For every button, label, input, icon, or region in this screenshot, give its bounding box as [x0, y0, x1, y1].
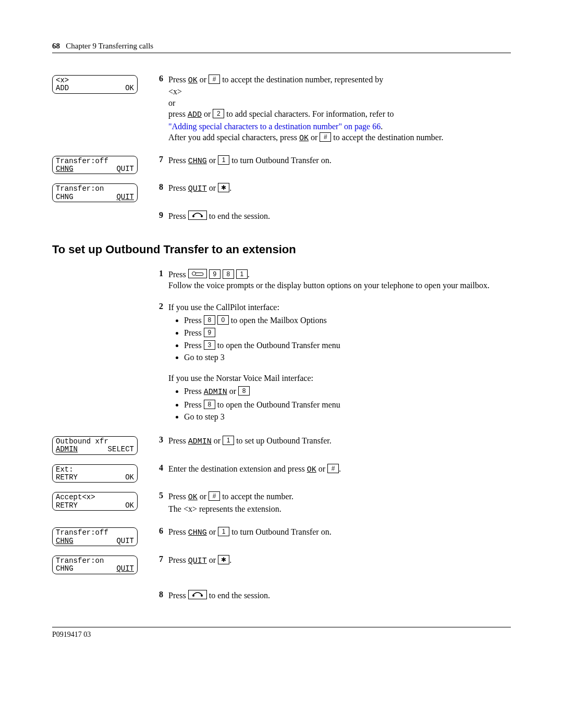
step-9-body: Press to end the session. — [168, 211, 511, 222]
chng-softkey: CHNG — [188, 528, 207, 537]
chng-softkey: CHNG — [188, 157, 207, 166]
list-item: Go to step 3 — [184, 352, 511, 363]
step-1-body: Press 9 8 1. Follow the voice prompts or… — [168, 269, 511, 291]
step-number: 1 — [149, 269, 168, 278]
step-7b-body: Press QUIT or ✱. — [168, 554, 511, 566]
step-number: 7 — [149, 155, 168, 164]
step-number: 6 — [149, 526, 168, 536]
lcd-line1: Transfer:off — [56, 529, 134, 537]
lcd-line1: <x> — [56, 77, 134, 84]
hash-key: # — [209, 491, 220, 501]
page: 68 Chapter 9 Transferring calls <x> ADD … — [0, 0, 563, 660]
step-6-body: Press OK or # to accept the destination … — [168, 74, 511, 144]
ok-softkey: OK — [299, 134, 309, 143]
one-key: 1 — [236, 269, 248, 279]
star-key: ✱ — [218, 555, 229, 564]
svg-point-3 — [201, 595, 203, 597]
lcd-line1: Transfer:on — [56, 185, 134, 193]
nine-key: 9 — [204, 328, 215, 337]
lcd-softkey-left: RETRY — [56, 474, 78, 482]
lcd-softkey-left: RETRY — [56, 502, 78, 510]
lcd-display-6: Accept<x> RETRY OK — [52, 492, 138, 511]
list-item: Press 8 0 to open the Mailbox Options — [184, 315, 511, 326]
lcd-softkey-left: ADD — [56, 84, 69, 92]
lcd-softkey-left: CHNG — [56, 193, 74, 201]
eight-key: 8 — [238, 386, 250, 396]
xref-link[interactable]: "Adding special characters to a destinat… — [168, 122, 381, 131]
star-key: ✱ — [218, 183, 229, 192]
step-number: 4 — [149, 463, 168, 473]
lcd-display-3: Transfer:on CHNG QUIT — [52, 183, 138, 202]
eight-key: 8 — [204, 315, 215, 325]
lcd-softkey-right: QUIT — [116, 537, 134, 545]
lcd-softkey-right: QUIT — [116, 565, 134, 573]
three-key: 3 — [204, 340, 215, 350]
page-header: 68 Chapter 9 Transferring calls — [52, 42, 511, 53]
lcd-display-2: Transfer:off CHNG QUIT — [52, 156, 138, 175]
lcd-line1: Outbound xfr — [56, 438, 134, 446]
admin-softkey: ADMIN — [188, 437, 212, 446]
add-softkey: ADD — [188, 110, 202, 119]
hash-key: # — [327, 464, 339, 473]
lcd-softkey-left: ADMIN — [56, 446, 78, 453]
lcd-line1: Transfer:off — [56, 157, 134, 165]
lcd-softkey-right: QUIT — [116, 165, 134, 173]
page-footer: P0919417 03 — [52, 627, 511, 639]
lcd-display-7: Transfer:off CHNG QUIT — [52, 527, 138, 546]
svg-point-0 — [192, 215, 194, 217]
lcd-display-8: Transfer:on CHNG QUIT — [52, 556, 138, 574]
step-number: 6 — [149, 74, 168, 83]
step-number: 8 — [149, 590, 168, 599]
hash-key: # — [320, 132, 331, 142]
step-number: 2 — [149, 302, 168, 311]
list-item: Press 3 to open the Outbound Transfer me… — [184, 340, 511, 351]
one-key: 1 — [218, 527, 229, 536]
ok-softkey: OK — [307, 465, 316, 474]
lcd-softkey-left: CHNG — [56, 537, 74, 545]
release-key-icon — [188, 590, 207, 599]
one-key: 1 — [218, 155, 229, 165]
feature-key-icon — [188, 269, 207, 278]
page-number: 68 — [52, 42, 60, 50]
lcd-line1: Accept<x> — [56, 493, 134, 501]
step-number: 8 — [149, 182, 168, 192]
lcd-softkey-right: OK — [125, 502, 134, 510]
admin-softkey: ADMIN — [204, 388, 227, 397]
ok-softkey: OK — [188, 493, 198, 502]
lcd-softkey-right: OK — [125, 474, 134, 482]
step-3-body: Press ADMIN or 1 to set up Outbound Tran… — [168, 435, 511, 447]
lcd-softkey-left: CHNG — [56, 165, 74, 173]
lcd-display-1: <x> ADD OK — [52, 75, 138, 94]
svg-point-1 — [201, 215, 203, 217]
step-8b-body: Press to end the session. — [168, 590, 511, 601]
step-6b-body: Press CHNG or 1 to turn Outbound Transfe… — [168, 526, 511, 538]
step-8-body: Press QUIT or ✱. — [168, 182, 511, 194]
step-2-body: If you use the CallPilot interface: Pres… — [168, 302, 511, 425]
nine-key: 9 — [209, 269, 221, 279]
two-key: 2 — [213, 109, 224, 118]
lcd-softkey-right: OK — [125, 84, 134, 92]
release-key-icon — [188, 211, 207, 220]
lcd-line1: Ext: — [56, 466, 134, 474]
svg-point-2 — [192, 595, 194, 597]
step-number: 7 — [149, 554, 168, 564]
step-5-body: Press OK or # to accept the number. The … — [168, 491, 511, 514]
step-4-body: Enter the destination extension and pres… — [168, 463, 511, 475]
lcd-softkey-right: QUIT — [116, 193, 134, 201]
list-item: Go to step 3 — [184, 411, 511, 423]
lcd-display-5: Ext: RETRY OK — [52, 464, 138, 483]
lcd-softkey-right: SELECT — [108, 446, 134, 453]
lcd-softkey-left: CHNG — [56, 565, 74, 573]
list-item: Press 8 to open the Outbound Transfer me… — [184, 399, 511, 411]
eight-key: 8 — [223, 269, 234, 279]
eight-key: 8 — [204, 400, 215, 409]
list-item: Press ADMIN or 8 — [184, 386, 511, 398]
lcd-line1: Transfer:on — [56, 557, 134, 565]
step-7-body: Press CHNG or 1 to turn Outbound Transfe… — [168, 155, 511, 167]
section-heading: To set up Outbound Transfer to an extens… — [52, 243, 511, 256]
chapter-title: Chapter 9 Transferring calls — [66, 42, 153, 50]
hash-key: # — [209, 75, 220, 84]
list-item: Press 9 — [184, 327, 511, 339]
bullet-list: Press ADMIN or 8 Press 8 to open the Out… — [184, 386, 511, 422]
step-number: 3 — [149, 435, 168, 445]
